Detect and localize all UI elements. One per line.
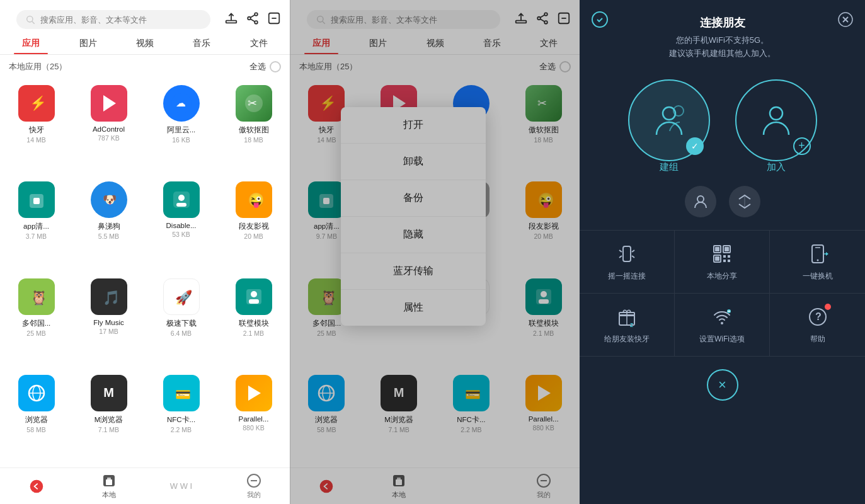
share-icon-transfer[interactable] xyxy=(729,186,760,217)
tab-files-p1[interactable]: 文件 xyxy=(231,33,287,54)
connect-title: 连接朋友 xyxy=(616,15,828,30)
context-uninstall[interactable]: 卸载 xyxy=(341,144,486,180)
svg-text:?: ? xyxy=(815,311,822,322)
share-icon[interactable] xyxy=(246,11,260,25)
select-all-label-p2: 全选 xyxy=(539,61,556,72)
context-properties[interactable]: 属性 xyxy=(341,290,486,326)
share-icon-person[interactable] xyxy=(685,186,716,217)
svg-point-105 xyxy=(721,322,723,324)
select-circle-p2[interactable] xyxy=(559,61,571,72)
svg-line-6 xyxy=(251,19,255,21)
select-all-p2[interactable]: 全选 xyxy=(539,61,571,72)
app-item-duanyou[interactable]: 😜 段友影视 20 MB xyxy=(217,175,290,272)
minus-icon[interactable] xyxy=(267,11,281,25)
app-item-adcontrol[interactable]: AdControl 787 KB xyxy=(72,79,145,175)
app-item-lianbiy-p2[interactable]: 联璧模块 2.1 MB xyxy=(507,272,580,369)
svg-point-0 xyxy=(27,16,33,22)
context-bluetooth[interactable]: 蓝牙传输 xyxy=(341,253,486,290)
app-item-parallel[interactable]: Parallel... 880 KB xyxy=(217,369,290,465)
select-all-label-p1: 全选 xyxy=(249,61,266,72)
upload-icon-p2[interactable] xyxy=(514,11,528,25)
app-item-aosoftcut[interactable]: ✂ 傲软抠图 18 MB xyxy=(217,79,290,175)
tab-images-p2[interactable]: 图片 xyxy=(350,33,406,54)
app-item-bitigu[interactable]: 🐶 鼻涕狗 5.5 MB xyxy=(72,175,145,272)
nav-local-p2[interactable]: 本地 xyxy=(363,468,435,504)
svg-rect-92 xyxy=(723,255,726,258)
function-shake[interactable]: 摇一摇连接 xyxy=(580,231,675,294)
help-icon: ? xyxy=(806,305,830,329)
qr-icon xyxy=(710,242,734,266)
search-icon xyxy=(25,14,35,25)
search-bar-panel2[interactable] xyxy=(307,10,500,29)
section-header-p2: 本地应用（25） 全选 xyxy=(290,55,580,76)
context-backup[interactable]: 备份 xyxy=(341,180,486,217)
connect-close-icon[interactable] xyxy=(837,11,854,28)
app-item-appclean[interactable]: app清... 3.7 MB xyxy=(0,175,72,272)
share-icon-p2[interactable] xyxy=(536,11,549,25)
app-item-lianbiy[interactable]: 联璧模块 2.1 MB xyxy=(217,272,290,369)
tab-video-p2[interactable]: 视频 xyxy=(406,33,463,54)
nav-mine-p1[interactable]: 我的 xyxy=(217,468,290,504)
function-local-share[interactable]: 本地分享 xyxy=(675,231,770,294)
tab-music-p2[interactable]: 音乐 xyxy=(464,33,520,54)
close-x-button[interactable]: × xyxy=(707,369,738,401)
svg-point-79 xyxy=(697,196,704,202)
app-item-mbrowser[interactable]: M M浏览器 7.1 MB xyxy=(72,369,145,465)
app-item-duanyou-p2[interactable]: 😜 段友影视 20 MB xyxy=(507,175,580,272)
nav-local-p1[interactable]: 本地 xyxy=(72,468,145,504)
function-switch-phone[interactable]: 一键换机 xyxy=(770,231,865,294)
tab-files-p2[interactable]: 文件 xyxy=(520,33,577,54)
search-icon-p2 xyxy=(316,14,326,25)
function-gift-kuaiya[interactable]: z 给朋友装快牙 xyxy=(580,294,675,357)
join-group-label[interactable]: 加入 xyxy=(735,161,817,173)
local-share-label: 本地分享 xyxy=(707,271,737,282)
svg-text:😜: 😜 xyxy=(537,192,554,209)
tab-video-p1[interactable]: 视频 xyxy=(117,33,173,54)
minus-icon-p2[interactable] xyxy=(557,11,571,25)
upload-icon[interactable] xyxy=(224,11,238,25)
nav-mine-p2[interactable]: 我的 xyxy=(507,468,580,504)
context-open[interactable]: 打开 xyxy=(341,107,486,144)
app-item-kuaiya[interactable]: ⚡ 快牙 14 MB xyxy=(0,79,72,175)
app-item-browser-p2[interactable]: 浏览器 58 MB xyxy=(290,369,363,465)
app-item-mbrowser-p2[interactable]: M M浏览器 7.1 MB xyxy=(363,369,435,465)
app-item-parallel-p2[interactable]: Parallel... 880 KB xyxy=(507,369,580,465)
app-item-browser[interactable]: 浏览器 58 MB xyxy=(0,369,72,465)
app-item-duolingo[interactable]: 🦉 多邻国... 25 MB xyxy=(0,272,72,369)
svg-line-84 xyxy=(632,250,634,252)
bottom-nav-p2: 本地 我的 xyxy=(290,467,580,504)
select-all-p1[interactable]: 全选 xyxy=(249,61,281,72)
svg-rect-38 xyxy=(107,478,111,481)
svg-text:🐶: 🐶 xyxy=(103,193,117,207)
svg-text:💳: 💳 xyxy=(175,387,191,402)
connect-avatars: ✓ 建组 + 加入 xyxy=(628,79,817,173)
function-wifi-options[interactable]: 设置WiFi选项 xyxy=(675,294,770,357)
tab-apps-p2[interactable]: 应用 xyxy=(293,33,350,54)
app-item-nfc[interactable]: 💳 NFC卡... 2.2 MB xyxy=(145,369,217,465)
app-item-disable[interactable]: Disable... 53 KB xyxy=(145,175,217,272)
app-item-nfc-p2[interactable]: 💳 NFC卡... 2.2 MB xyxy=(435,369,508,465)
nav-back-p1[interactable] xyxy=(0,468,72,504)
avatar-join-group[interactable]: + xyxy=(735,79,817,161)
app-item-flymusic[interactable]: 🎵 Fly Music 17 MB xyxy=(72,272,145,369)
svg-rect-29 xyxy=(249,299,259,304)
search-bar-panel1[interactable] xyxy=(16,10,210,29)
panel-local-apps: 应用 图片 视频 音乐 文件 本地应用（25） 全选 ⚡ 快牙 14 MB Ad… xyxy=(0,0,290,504)
tab-apps-p1[interactable]: 应用 xyxy=(3,33,59,54)
avatar-create-group[interactable]: ✓ xyxy=(628,79,710,161)
nav-www-text-p1: W W I xyxy=(170,481,192,491)
context-hide[interactable]: 隐藏 xyxy=(341,217,486,253)
app-item-aliyun[interactable]: ☁ 阿里云... 16 KB xyxy=(145,79,217,175)
nav-www-p1[interactable]: W W I xyxy=(145,468,217,504)
svg-rect-43 xyxy=(516,21,527,23)
app-item-jisudownload[interactable]: 🚀 极速下载 6.4 MB xyxy=(145,272,217,369)
function-help[interactable]: ? 帮助 xyxy=(770,294,865,357)
tab-images-p1[interactable]: 图片 xyxy=(59,33,116,54)
create-group-label[interactable]: 建组 xyxy=(628,161,710,173)
tab-music-p1[interactable]: 音乐 xyxy=(173,33,230,54)
select-circle-p1[interactable] xyxy=(270,61,281,72)
search-input-panel1[interactable] xyxy=(40,15,202,25)
nav-back-p2[interactable] xyxy=(290,468,363,504)
app-item-aosoftcut-p2[interactable]: ✂ 傲软抠图 18 MB xyxy=(507,79,580,175)
search-input-panel2[interactable] xyxy=(331,15,491,25)
